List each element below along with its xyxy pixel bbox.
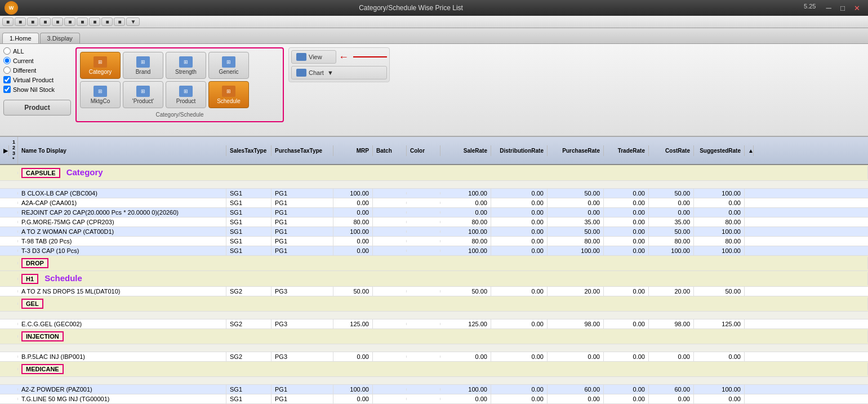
category-icon: ⊞ (94, 56, 107, 68)
arrow-annotation: ← (339, 51, 349, 63)
strength-icon: ⊞ (179, 56, 193, 68)
data-row[interactable]: B CLOX-LB CAP (CBC004) SG1 PG1 100.00 10… (0, 189, 868, 198)
close-button[interactable]: ✕ (851, 3, 863, 14)
tabs-bar: 1.Home 3.Display (0, 28, 868, 44)
header-expand: ▶ (0, 145, 9, 156)
view-icon (296, 53, 306, 61)
data-row[interactable]: T-98 TAB (20 Pcs) SG1 PG1 0.00 80.00 0.0… (0, 237, 868, 246)
ribbon-row-1: ⊞ Category ⊞ Brand ⊞ Strength ⊞ Generic (80, 52, 279, 79)
toolbar-btn-9[interactable]: ■ (101, 17, 113, 26)
data-row[interactable]: E.C.G.GEL (GEC002) SG2 PG3 125.00 125.00… (0, 319, 868, 329)
radio-different[interactable]: Different (3, 66, 71, 74)
table-scroll[interactable]: CAPSULE Category B CLOX-LB CAP (CBC004) … (0, 165, 868, 404)
header-sugrate: SuggestedRate (694, 145, 745, 156)
ribbon-row-2: ⊞ MktgCo ⊞ 'Product' ⊞ Product ⊞ Schedul… (80, 81, 279, 108)
grid-header: ▶ 1 2 3 * Name To Display SalesTaxType P… (0, 137, 868, 165)
ribbon-area: ALL Current Different Virtual Product Sh… (0, 44, 868, 137)
blank-row[interactable] (0, 312, 868, 319)
category-row[interactable]: GEL (0, 296, 868, 312)
toolbar-btn-4[interactable]: ■ (39, 17, 51, 26)
header-sales: SalesTaxType (226, 145, 271, 156)
tab-display[interactable]: 3.Display (40, 33, 80, 43)
header-distrate: DistributionRate (491, 145, 547, 156)
ribbon-btn-brand[interactable]: ⊞ Brand (123, 52, 163, 79)
toolbar-btn-7[interactable]: ■ (77, 17, 88, 26)
header-purrate: PurchaseRate (547, 145, 604, 156)
filter-panel: ALL Current Different Virtual Product Sh… (3, 47, 71, 116)
ribbon-btn-strength[interactable]: ⊞ Strength (166, 52, 206, 79)
data-row[interactable]: A2-Z POWDER (PAZ001) SG1 PG1 100.00 100.… (0, 385, 868, 394)
data-row[interactable]: A TO Z WOMAN CAP (CAT00D1) SG1 PG1 100.0… (0, 227, 868, 237)
schedule-row[interactable]: H1 Schedule (0, 271, 868, 287)
category-row[interactable]: INJECTION (0, 329, 868, 344)
toolbar-btn-2[interactable]: ■ (15, 17, 26, 26)
view-button[interactable]: View (291, 50, 336, 64)
data-row[interactable]: B.P.5LAC INJ (IBP001) SG2 PG3 0.00 0.00 … (0, 352, 868, 362)
generic-icon: ⊞ (222, 56, 235, 68)
schedule-icon: ⊞ (222, 86, 235, 97)
toolbar: ■ ■ ■ ■ ■ ■ ■ ■ ■ ■ ▼ (0, 16, 868, 28)
checkbox-virtual[interactable]: Virtual Product (3, 76, 71, 83)
toolbar-btn-1[interactable]: ■ (2, 17, 14, 26)
chart-button[interactable]: Chart ▼ (291, 66, 387, 79)
chart-icon (296, 69, 306, 77)
category-schedule-box: ⊞ Category ⊞ Brand ⊞ Strength ⊞ Generic … (75, 47, 284, 122)
ribbon-btn-schedule[interactable]: ⊞ Schedule (208, 81, 249, 108)
ribbon-btn-mktgco[interactable]: ⊞ MktgCo (80, 81, 121, 108)
toolbar-btn-3[interactable]: ■ (27, 17, 38, 26)
header-salerate: SaleRate (440, 145, 491, 156)
ribbon-btn-category[interactable]: ⊞ Category (80, 52, 121, 79)
ribbon-btn-product-quote[interactable]: ⊞ 'Product' (123, 81, 163, 108)
data-row[interactable]: P.G.MORE-75MG CAP (CPR203) SG1 PG1 80.00… (0, 217, 868, 227)
header-mrp: MRP (333, 145, 373, 156)
view-chart-panel: View ← Chart ▼ (288, 47, 390, 82)
product-quote-icon: ⊞ (136, 86, 150, 97)
radio-current[interactable]: Current (3, 57, 71, 64)
header-name: Name To Display (18, 145, 226, 156)
product-icon: ⊞ (179, 86, 193, 97)
blank-row[interactable] (0, 181, 868, 189)
data-row[interactable]: T.G.LINE 50 MG INJ (TG00001) SG1 PG1 0.0… (0, 394, 868, 404)
header-color: Color (407, 145, 440, 156)
header-scroll: ▲ (745, 145, 754, 156)
radio-all[interactable]: ALL (3, 47, 71, 55)
blank-row[interactable] (0, 344, 868, 352)
toolbar-btn-11[interactable]: ▼ (126, 17, 140, 26)
data-row[interactable]: REJOINT CAP 20 CAP(20.0000 Pcs * 20.0000… (0, 208, 868, 217)
app-logo: W (5, 1, 18, 15)
checkbox-show-nil[interactable]: Show Nil Stock (3, 86, 71, 93)
main-content: ▶ 1 2 3 * Name To Display SalesTaxType P… (0, 137, 868, 404)
header-nav: 1 2 3 * (9, 137, 18, 164)
mktgco-icon: ⊞ (94, 86, 107, 97)
header-traderate: TradeRate (604, 145, 649, 156)
category-row[interactable]: DROP (0, 256, 868, 271)
ribbon-btn-product[interactable]: ⊞ Product (166, 81, 206, 108)
ribbon-btn-generic[interactable]: ⊞ Generic (208, 52, 249, 79)
window-controls: 5.25 ─ □ ✕ (804, 3, 863, 14)
blank-row[interactable] (0, 377, 868, 385)
header-purchase: PurchaseTaxType (271, 145, 333, 156)
header-costrate: CostRate (649, 145, 694, 156)
data-row[interactable]: A2A-CAP (CAA001) SG1 PG1 0.00 0.00 0.00 … (0, 198, 868, 208)
category-row[interactable]: MEDICANE (0, 362, 868, 377)
minimize-button[interactable]: ─ (822, 3, 834, 14)
brand-icon: ⊞ (136, 56, 150, 68)
toolbar-btn-8[interactable]: ■ (89, 17, 100, 26)
data-row[interactable]: A TO Z NS DROPS 15 ML(DAT010) SG2 PG3 50… (0, 287, 868, 296)
window-title: Category/Schedule Wise Price List (18, 4, 804, 12)
toolbar-btn-6[interactable]: ■ (64, 17, 75, 26)
header-batch: Batch (373, 145, 407, 156)
tab-home[interactable]: 1.Home (2, 33, 39, 43)
toolbar-btn-5[interactable]: ■ (52, 17, 63, 26)
product-button[interactable]: Product (3, 100, 71, 116)
category-row[interactable]: CAPSULE Category (0, 165, 868, 181)
cat-schedule-label: Category/Schedule (80, 112, 279, 118)
version-label: 5.25 (804, 3, 816, 14)
title-bar: W Category/Schedule Wise Price List 5.25… (0, 0, 868, 16)
maximize-button[interactable]: □ (837, 3, 848, 14)
data-row[interactable]: T-3 D3 CAP (10 Pcs) SG1 PG1 0.00 100.00 … (0, 246, 868, 256)
toolbar-btn-10[interactable]: ■ (114, 17, 125, 26)
